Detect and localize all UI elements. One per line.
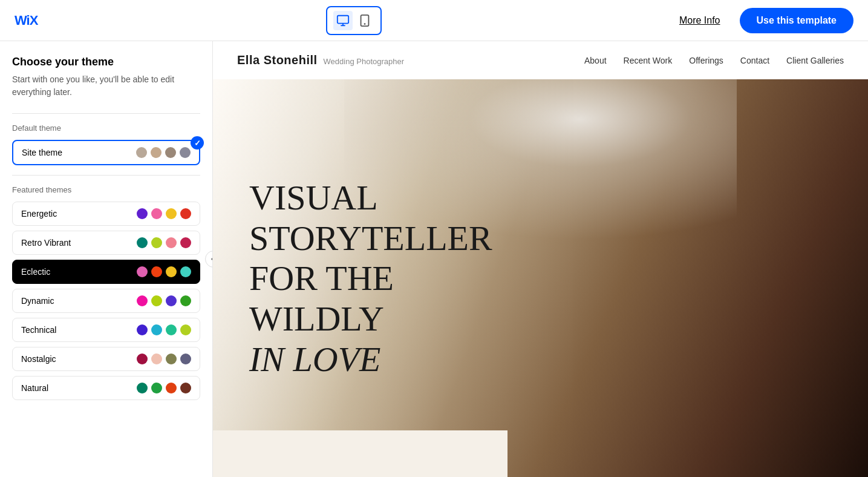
theme-technical[interactable]: Technical	[12, 318, 200, 342]
color-dot-3	[165, 147, 176, 158]
svg-rect-0	[337, 15, 348, 23]
theme-nostalgic[interactable]: Nostalgic	[12, 347, 200, 371]
site-header: Ella Stonehill Wedding Photographer Abou…	[213, 41, 868, 79]
divider-2	[12, 175, 200, 176]
panel-subtitle: Start with one you like, you'll be able …	[12, 73, 200, 99]
theme-nostalgic-name: Nostalgic	[21, 354, 56, 364]
more-info-button[interactable]: More Info	[670, 10, 730, 31]
theme-technical-colors	[137, 324, 191, 335]
nav-contact[interactable]: Contact	[740, 56, 769, 65]
default-theme-name: Site theme	[22, 148, 62, 157]
theme-nostalgic-colors	[137, 354, 191, 364]
theme-natural[interactable]: Natural	[12, 376, 200, 400]
desktop-view-button[interactable]	[333, 11, 353, 30]
theme-eclectic-name: Eclectic	[21, 267, 50, 277]
hero-section: VISUAL STORYTELLER FOR THE WILDLY IN LOV…	[213, 79, 868, 477]
theme-retro-vibrant[interactable]: Retro Vibrant	[12, 231, 200, 255]
default-theme-item[interactable]: Site theme	[12, 140, 200, 165]
main-layout: Choose your theme Start with one you lik…	[0, 41, 868, 477]
divider-1	[12, 113, 200, 114]
theme-retro-vibrant-name: Retro Vibrant	[21, 238, 71, 248]
nav-client-galleries[interactable]: Client Galleries	[786, 56, 844, 65]
theme-dynamic-name: Dynamic	[21, 296, 54, 306]
hero-line-4: IN LOVE	[249, 340, 381, 379]
color-dot-4	[180, 147, 191, 158]
top-right-actions: More Info Use this template	[670, 8, 853, 33]
theme-dynamic-colors	[137, 295, 191, 306]
theme-dynamic[interactable]: Dynamic	[12, 289, 200, 313]
site-logo-subtitle: Wedding Photographer	[324, 57, 404, 66]
theme-natural-name: Natural	[21, 383, 48, 393]
selected-checkmark	[191, 136, 204, 150]
site-nav: About Recent Work Offerings Contact Clie…	[584, 56, 844, 65]
theme-energetic-name: Energetic	[21, 209, 57, 219]
use-template-button[interactable]: Use this template	[740, 8, 853, 33]
site-logo: Ella Stonehill Wedding Photographer	[237, 53, 404, 67]
theme-eclectic[interactable]: Eclectic	[12, 260, 200, 284]
mobile-view-button[interactable]	[355, 11, 374, 30]
top-bar: WiX More Info Use this template	[0, 0, 868, 41]
theme-retro-vibrant-colors	[137, 237, 191, 248]
nav-offerings[interactable]: Offerings	[689, 56, 723, 65]
wix-logo: WiX	[15, 13, 38, 28]
bottom-strip	[213, 430, 507, 477]
theme-panel: Choose your theme Start with one you lik…	[0, 41, 213, 477]
default-theme-label: Default theme	[12, 123, 200, 133]
hero-line-2: STORYTELLER	[249, 219, 492, 258]
nav-about[interactable]: About	[584, 56, 607, 65]
site-preview: Ella Stonehill Wedding Photographer Abou…	[213, 41, 868, 477]
site-logo-name: Ella Stonehill	[237, 53, 318, 67]
theme-energetic[interactable]: Energetic	[12, 202, 200, 226]
default-theme-colors	[136, 147, 191, 158]
featured-themes-label: Featured themes	[12, 185, 200, 194]
collapse-panel-button[interactable]	[205, 251, 213, 268]
hero-line-3: FOR THE WILDLY	[249, 259, 394, 339]
device-toggle	[326, 6, 382, 35]
theme-energetic-colors	[137, 208, 191, 219]
color-dot-2	[151, 147, 162, 158]
theme-natural-colors	[137, 383, 191, 393]
color-dot-1	[136, 147, 147, 158]
hero-heading: VISUAL STORYTELLER FOR THE WILDLY IN LOV…	[249, 178, 527, 380]
theme-eclectic-colors	[137, 266, 191, 277]
hero-text: VISUAL STORYTELLER FOR THE WILDLY IN LOV…	[249, 178, 527, 380]
nav-recent-work[interactable]: Recent Work	[624, 56, 673, 65]
theme-technical-name: Technical	[21, 325, 56, 335]
hero-line-1: VISUAL	[249, 178, 378, 217]
panel-title: Choose your theme	[12, 56, 200, 68]
